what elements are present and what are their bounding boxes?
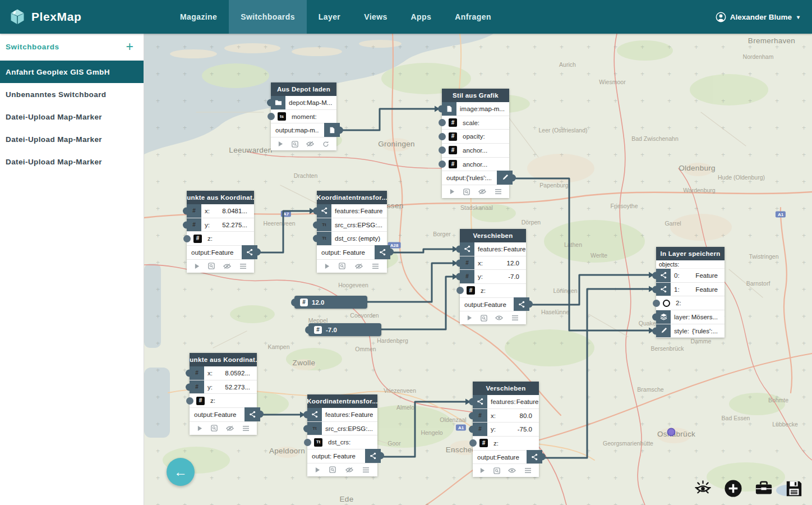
node-stil-aus-grafik[interactable]: Stil aus Grafikimage:map-m...#scale:#opa… (442, 89, 509, 198)
node-title[interactable]: Verschieben (460, 229, 526, 242)
node-output-row[interactable]: output:Feature (187, 246, 254, 260)
input-port[interactable] (439, 119, 446, 126)
field-value[interactable]: Feature (361, 208, 383, 214)
node-input-row[interactable]: 2: (656, 296, 725, 310)
field-value[interactable]: {'rules':... (689, 328, 725, 334)
node-input-row[interactable]: Ttsrc_crs:EPSG:... (317, 218, 387, 232)
input-port[interactable] (439, 146, 446, 154)
field-value[interactable]: Feature (211, 249, 236, 256)
sidebar-item[interactable]: Datei-Upload Map-Marker (0, 128, 144, 150)
node-input-row[interactable]: #y:52.273... (190, 380, 257, 394)
node-input-row[interactable]: #anchor... (442, 144, 509, 158)
field-value[interactable]: EPSG:... (348, 425, 377, 432)
play-icon[interactable] (467, 315, 472, 321)
node-input-row[interactable]: features:Feature (473, 395, 539, 409)
field-value[interactable]: 8.0481... (210, 208, 254, 214)
input-port-hash-icon[interactable]: # (473, 409, 487, 423)
toggle-visibility-button[interactable] (694, 479, 712, 498)
input-port-share-icon[interactable] (656, 283, 671, 296)
eye-off-icon[interactable] (223, 263, 231, 269)
output-port-share-icon[interactable] (242, 245, 257, 259)
input-port-share-icon[interactable] (460, 242, 474, 256)
input-port-layers-icon[interactable] (656, 310, 671, 324)
node-input-row[interactable]: #y:52.275... (187, 218, 254, 232)
input-port-folder-icon[interactable] (271, 96, 285, 109)
field-value[interactable]: {'rules':... (466, 175, 491, 181)
node-input-row[interactable]: #y:-75.0 (473, 423, 539, 437)
node-input-row[interactable]: #z: (187, 232, 254, 246)
node-input-row[interactable]: #anchor... (442, 158, 509, 172)
menu-icon[interactable] (524, 467, 532, 474)
field-value[interactable]: Feature (341, 249, 369, 256)
node-input-row[interactable]: depot:Map-M... (271, 96, 336, 110)
input-port[interactable] (439, 133, 446, 140)
field-value[interactable]: -75.0 (496, 426, 539, 433)
menu-icon[interactable] (372, 263, 379, 269)
input-port-share-icon[interactable] (317, 204, 331, 218)
play-icon[interactable] (195, 263, 200, 269)
field-value[interactable]: (empty) (357, 235, 387, 242)
menu-icon[interactable] (362, 467, 370, 473)
play-icon[interactable] (278, 141, 283, 147)
field-value[interactable]: Feature (331, 453, 359, 460)
input-port-hash-icon[interactable]: # (187, 204, 201, 218)
user-menu[interactable]: Alexander Blume ▾ (716, 0, 812, 34)
node-input-row[interactable]: features:Feature (317, 204, 387, 218)
input-port[interactable] (304, 439, 311, 446)
node-punkte-aus-koordinaten-1[interactable]: Punkte aus Koordinat...#x:8.0481...#y:52… (187, 191, 254, 273)
input-port-hash-icon[interactable]: # (190, 366, 204, 380)
node-koordinatentransformation-1[interactable]: Koordinatentransfor...features:FeatureTt… (317, 191, 387, 273)
output-port-share-icon[interactable] (365, 449, 381, 463)
play-icon[interactable] (450, 189, 455, 195)
input-port[interactable] (653, 300, 660, 307)
node-title[interactable]: Punkte aus Koordinat... (187, 191, 254, 204)
tab-layer[interactable]: Layer (307, 0, 352, 34)
field-value[interactable]: 52.275... (210, 222, 254, 228)
field-value[interactable]: Feature (214, 411, 239, 418)
input-port-hash-icon[interactable]: # (460, 270, 474, 283)
search-icon[interactable] (211, 425, 218, 431)
tab-anfragen[interactable]: Anfragen (443, 0, 503, 34)
node-output-row[interactable]: output:{'rules':... (442, 171, 509, 185)
input-port-text-icon[interactable]: Tt (307, 422, 322, 435)
sidebar-item[interactable]: Datei-Upload Map-Marker (0, 150, 144, 173)
back-button[interactable]: ← (167, 458, 195, 486)
input-port-share-icon[interactable] (656, 269, 671, 282)
node-input-row[interactable]: features:Feature (460, 242, 526, 256)
input-port-share-icon[interactable] (307, 408, 322, 421)
eye-off-icon[interactable] (355, 263, 363, 269)
node-input-row[interactable]: 1:Feature (656, 283, 725, 297)
node-input-row[interactable]: #x:8.0481... (187, 204, 254, 218)
input-port-hash-icon[interactable]: # (187, 218, 201, 232)
node-input-row[interactable]: Ttsrc_crs:EPSG:... (307, 422, 377, 436)
sidebar-item[interactable]: Unbenanntes Switchboard (0, 83, 144, 105)
play-icon[interactable] (197, 425, 202, 431)
play-icon[interactable] (325, 263, 330, 269)
input-port-text-icon[interactable]: Tt (317, 232, 331, 245)
eye-off-icon[interactable] (226, 425, 234, 431)
node-input-row[interactable]: #z: (190, 394, 257, 408)
input-port[interactable] (183, 235, 191, 242)
add-switchboard-button[interactable]: + (126, 40, 133, 53)
input-port-hash-icon[interactable]: # (473, 423, 487, 436)
search-icon[interactable] (339, 263, 345, 269)
node-title[interactable]: In Layer speichern (656, 247, 725, 260)
node-title[interactable]: Aus Depot laden (271, 82, 336, 96)
node-title[interactable]: Punkte aus Koordinat... (190, 353, 257, 366)
search-icon[interactable] (329, 466, 336, 473)
play-icon[interactable] (480, 467, 485, 474)
output-port-share-icon[interactable] (527, 450, 542, 464)
sidebar-item[interactable]: Datei-Upload Map-Marker (0, 105, 144, 128)
tab-apps[interactable]: Apps (399, 0, 444, 34)
field-value[interactable]: map-m... (479, 105, 509, 112)
menu-icon[interactable] (239, 263, 247, 269)
input-port-hash-icon[interactable]: # (460, 256, 474, 270)
output-port-share-icon[interactable] (514, 297, 529, 311)
field-value[interactable]: Feature (351, 411, 373, 418)
search-icon[interactable] (481, 315, 487, 322)
menu-icon[interactable] (495, 189, 502, 195)
node-input-row[interactable]: #opacity: (442, 130, 509, 144)
field-value[interactable]: -7.0 (483, 273, 526, 280)
search-icon[interactable] (292, 141, 298, 148)
node-title[interactable]: Koordinatentransfor... (317, 191, 387, 204)
